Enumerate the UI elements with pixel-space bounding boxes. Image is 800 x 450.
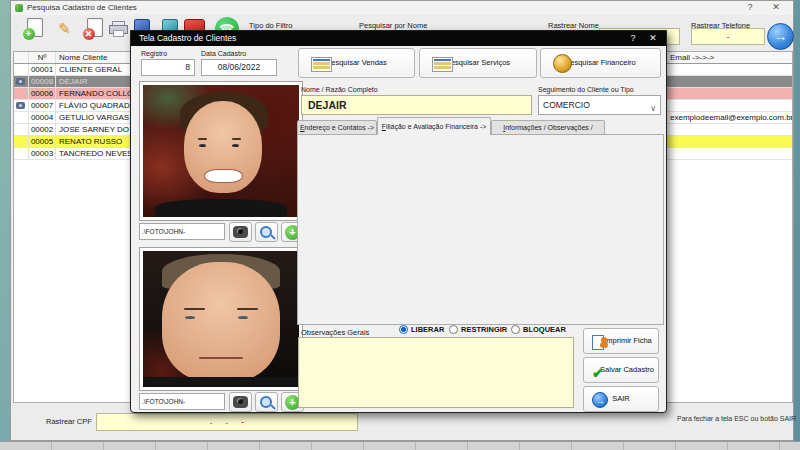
row-number-cell: 00005 bbox=[29, 136, 56, 147]
photo1-path-input[interactable]: .\FOTO\JOHN-TRAVOLTA1.. bbox=[139, 223, 225, 240]
print-button[interactable] bbox=[104, 16, 131, 43]
delete-x-icon: ✕ bbox=[83, 28, 95, 40]
filiacao-panel bbox=[297, 134, 664, 325]
track-cpf-label: Rastrear CPF bbox=[46, 417, 92, 426]
gold-coin-icon bbox=[553, 54, 572, 73]
track-cpf-input[interactable]: . . - bbox=[96, 413, 358, 431]
row-number-cell: 00002 bbox=[29, 124, 56, 135]
pesquisar-financeiro-button[interactable]: Pesquisar Financeiro bbox=[540, 48, 661, 78]
registro-input[interactable]: 8 bbox=[141, 59, 195, 76]
row-number-cell: 00004 bbox=[29, 112, 56, 123]
row-email-cell bbox=[666, 76, 792, 87]
zoom-photo-button-2[interactable] bbox=[255, 392, 278, 412]
row-email-cell bbox=[666, 124, 792, 135]
go-arrow-button[interactable]: → bbox=[767, 23, 794, 50]
row-number-cell: 00006 bbox=[29, 88, 56, 99]
dialog-title: Tela Cadastro de Clientes bbox=[139, 33, 236, 43]
zoom-photo-button-1[interactable] bbox=[255, 222, 278, 242]
observacoes-label: Observações Gerais bbox=[301, 328, 369, 337]
radio-liberar[interactable]: LIBERAR bbox=[399, 325, 444, 334]
row-photo-cell bbox=[14, 124, 29, 135]
app-icon bbox=[15, 4, 23, 12]
customer-photo-1 bbox=[139, 81, 303, 221]
radio-icon bbox=[399, 325, 408, 334]
photo2-path-input[interactable]: .\FOTO\JOHN-TRAVOLTA2.. bbox=[139, 393, 225, 410]
radio-restringir[interactable]: RESTRINGIR bbox=[449, 325, 507, 334]
row-photo-cell bbox=[14, 100, 29, 111]
magnifier-icon bbox=[260, 396, 272, 408]
observacoes-textarea[interactable] bbox=[298, 337, 574, 408]
print-form-icon bbox=[592, 334, 607, 349]
track-phone-input[interactable]: - bbox=[691, 28, 765, 45]
filter-type-label: Tipo do Filtro bbox=[249, 21, 293, 30]
row-photo-cell bbox=[14, 88, 29, 99]
dialog-close-button[interactable]: ✕ bbox=[646, 33, 660, 43]
new-record-button[interactable]: + bbox=[21, 16, 48, 43]
data-cadastro-input[interactable]: 08/06/2022 bbox=[201, 59, 277, 76]
row-photo-cell bbox=[14, 148, 29, 159]
tab-endereco[interactable]: Endereço e Contatos -> bbox=[297, 120, 377, 135]
row-email-cell bbox=[666, 148, 792, 159]
desktop: Pesquisa Cadastro de Clientes ? ✕ + ✎ ✕ … bbox=[0, 0, 800, 450]
camera-icon bbox=[16, 102, 25, 109]
radio-icon bbox=[511, 325, 520, 334]
row-number-cell: 00003 bbox=[29, 148, 56, 159]
tab-filiacao[interactable]: Filiação e Avaliação Financeira -> bbox=[377, 117, 491, 135]
pesquisar-servicos-button[interactable]: Pesquisar Serviços bbox=[419, 48, 537, 78]
row-email-cell bbox=[666, 88, 792, 99]
registro-label: Registro bbox=[141, 50, 167, 57]
search-by-name-label: Pesquisar por Nome bbox=[359, 21, 427, 30]
imprimir-ficha-button[interactable]: Imprimir Ficha bbox=[583, 328, 659, 354]
row-number-cell: 00007 bbox=[29, 100, 56, 111]
edit-record-button[interactable]: ✎ bbox=[51, 16, 78, 43]
row-email-cell bbox=[666, 64, 792, 75]
row-number-cell: 00001 bbox=[29, 64, 56, 75]
row-photo-cell bbox=[14, 136, 29, 147]
magnifier-icon bbox=[260, 226, 272, 238]
row-email-cell: exemplodeemail@exemplo.com.br bbox=[666, 112, 792, 123]
webcam-icon bbox=[233, 226, 248, 238]
row-photo-cell bbox=[14, 76, 29, 87]
data-cadastro-label: Data Cadastro bbox=[201, 50, 246, 57]
tab-informacoes[interactable]: Informações / Observações / Histórico bbox=[491, 120, 605, 135]
pencil-icon: ✎ bbox=[58, 20, 71, 37]
num-column-header: Nº bbox=[29, 52, 56, 63]
taskbar bbox=[0, 441, 800, 450]
seguimento-select[interactable]: COMERCIO∨ bbox=[538, 95, 661, 115]
email-column-header: Email ->->-> bbox=[666, 52, 792, 63]
dialog-titlebar: Tela Cadastro de Clientes ? ✕ bbox=[131, 31, 666, 46]
main-help-button[interactable]: ? bbox=[743, 2, 757, 12]
webcam-button-2[interactable] bbox=[229, 392, 252, 412]
client-form-dialog: Tela Cadastro de Clientes ? ✕ Registro 8… bbox=[130, 30, 667, 413]
row-email-cell bbox=[666, 136, 792, 147]
plus-icon: + bbox=[23, 28, 35, 40]
photo-column-header bbox=[14, 52, 29, 63]
main-titlebar: Pesquisa Cadastro de Clientes ? ✕ bbox=[11, 1, 793, 15]
money-icon bbox=[432, 57, 453, 72]
printer-icon bbox=[109, 21, 127, 36]
seguimento-label: Seguimento do Cliente ou Tipo bbox=[538, 86, 634, 93]
money-icon bbox=[311, 57, 332, 72]
main-window-title: Pesquisa Cadastro de Clientes bbox=[27, 3, 137, 12]
nome-input[interactable]: DEJAIR bbox=[301, 95, 532, 115]
webcam-icon bbox=[233, 396, 248, 408]
check-icon: ✔ bbox=[592, 361, 604, 385]
salvar-cadastro-button[interactable]: ✔ Salvar Cadastro bbox=[583, 357, 659, 383]
exit-arrow-icon: → bbox=[592, 392, 608, 408]
camera-icon bbox=[16, 78, 25, 85]
row-photo-cell bbox=[14, 112, 29, 123]
chevron-down-icon: ∨ bbox=[650, 100, 656, 118]
webcam-button-1[interactable] bbox=[229, 222, 252, 242]
sair-button[interactable]: → SAIR bbox=[583, 386, 659, 412]
radio-bloquear[interactable]: BLOQUEAR bbox=[511, 325, 566, 334]
radio-icon bbox=[449, 325, 458, 334]
row-number-cell: 00008 bbox=[29, 76, 56, 87]
nome-label: Nome / Razão Completo bbox=[301, 86, 378, 93]
main-close-button[interactable]: ✕ bbox=[769, 2, 783, 12]
row-email-cell bbox=[666, 100, 792, 111]
pesquisar-vendas-button[interactable]: Pesquisar Vendas bbox=[298, 48, 415, 78]
dialog-help-button[interactable]: ? bbox=[626, 33, 640, 43]
row-photo-cell bbox=[14, 64, 29, 75]
customer-photo-2 bbox=[139, 247, 303, 391]
track-name-label: Rastrear Nome bbox=[548, 21, 599, 30]
